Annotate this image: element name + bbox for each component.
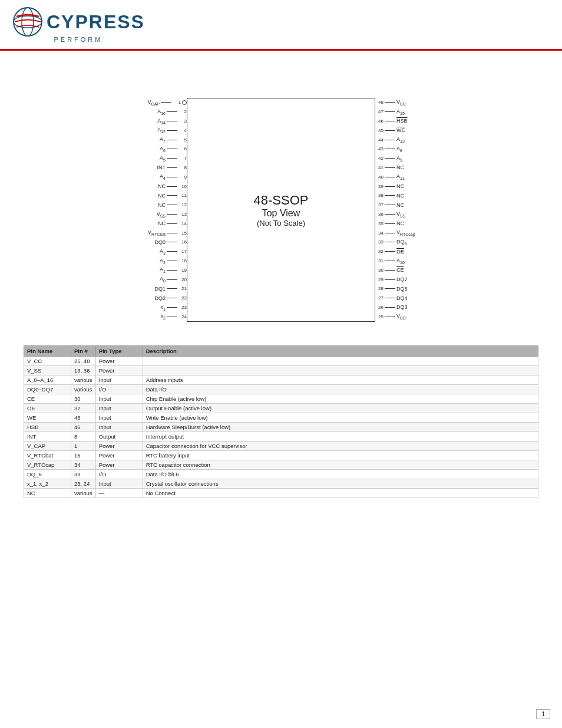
table-cell: NC (24, 489, 71, 498)
table-header-num: Pin # (71, 346, 96, 357)
ic-body: 48-SSOP Top View (Not To Scale) (187, 98, 375, 322)
logo-cypress: CYPRESS (12, 6, 145, 38)
table-cell: x_1, x_2 (24, 479, 71, 489)
table-row: x_1, x_223, 24InputCrystal oscillator co… (24, 479, 538, 489)
pin-row: 30 CE (375, 265, 452, 275)
pin-row: 28 DQ5 (375, 284, 452, 294)
pin-row: x1 23 (110, 303, 187, 312)
table-cell: RTC capacitor connection (143, 460, 538, 470)
table-cell: Power (95, 357, 143, 366)
table-cell: Output (95, 432, 143, 442)
pin-row: DQ1 21 (110, 284, 187, 294)
page-indicator: 1 (536, 709, 550, 719)
table-header-type: Pin Type (95, 346, 143, 357)
table-cell: I/O (95, 385, 143, 394)
table-cell: 13, 36 (71, 366, 96, 375)
pin-row: 47 A15 (375, 107, 452, 117)
table-cell: 23, 24 (71, 479, 96, 489)
table-cell: Capacitor connection for VCC supervisor (143, 442, 538, 451)
pin-row: A14 3 (110, 117, 187, 126)
table-row: A_0–A_16variousInputAddress inputs (24, 375, 538, 385)
table-cell: various (71, 375, 96, 385)
pin-row: A2 18 (110, 256, 187, 266)
table-cell: No Connect (143, 489, 538, 498)
table-cell: INT (24, 432, 71, 442)
table-row: WE45InputWrite Enable (active low) (24, 413, 538, 423)
page-number: 1 (541, 711, 545, 717)
svg-point-0 (14, 8, 42, 36)
table-row: OE32InputOutput Enable (active low) (24, 404, 538, 413)
table-cell: Power (95, 366, 143, 375)
table-cell: DQ_6 (24, 470, 71, 479)
ic-view: Top View (254, 208, 309, 219)
table-cell: 33 (71, 470, 96, 479)
table-cell: HSB (24, 423, 71, 432)
table-cell: Input (95, 413, 143, 423)
table-cell: Input (95, 423, 143, 432)
table-cell: various (71, 489, 96, 498)
table-cell (143, 357, 538, 366)
pin-row: 36 VSS (375, 210, 452, 219)
pin-row: NC 11 (110, 191, 187, 200)
pin-row: 39 NC (375, 182, 452, 191)
ic-diagram: 48-SSOP Top View (Not To Scale) VCAP 1 A… (24, 80, 538, 334)
pin-row: NC 14 (110, 219, 187, 228)
table-cell: 30 (71, 394, 96, 404)
pin-row: 35 NC (375, 219, 452, 228)
table-header-desc: Description (143, 346, 538, 357)
pin-row: 40 A11 (375, 172, 452, 182)
ic-name: 48-SSOP (254, 193, 309, 208)
pin-row: A6 6 (110, 144, 187, 154)
logo-text: CYPRESS (47, 11, 145, 33)
table-cell: Input (95, 404, 143, 413)
pin-row: 46 HSB (375, 117, 452, 126)
table-row: V_RTCcap34PowerRTC capacitor connection (24, 460, 538, 470)
pin-row: 25 VCC (375, 312, 452, 321)
table-cell: 8 (71, 432, 96, 442)
pin-row: NC 10 (110, 182, 187, 191)
pin-row: 48 VCC (375, 98, 452, 107)
table-cell: OE (24, 404, 71, 413)
table-cell: Output Enable (active low) (143, 404, 538, 413)
pin-row: 33 DQ6 (375, 238, 452, 247)
pin-row: A12 4 (110, 126, 187, 135)
pin-row: DQ2 22 (110, 294, 187, 303)
ic-note: (Not To Scale) (254, 219, 309, 228)
table-cell: Address inputs (143, 375, 538, 385)
table-cell: V_CAP (24, 442, 71, 451)
pin-row: 44 A13 (375, 135, 452, 144)
pin-row: 42 A9 (375, 154, 452, 163)
pin-row: DQ0 16 (110, 238, 187, 247)
pin-row: A1 19 (110, 265, 187, 275)
table-row: CE30InputChip Enable (active low) (24, 394, 538, 404)
pin-left-group: VCAP 1 A16 2 A14 3 (110, 98, 187, 321)
pin-row: A5 7 (110, 154, 187, 163)
pin-row: 34 VRTCcap (375, 228, 452, 238)
table-cell: 32 (71, 404, 96, 413)
table-cell: WE (24, 413, 71, 423)
header: CYPRESS PERFORM (0, 0, 562, 51)
pin-row: A0 20 (110, 275, 187, 284)
table-row: HSB46InputHardware Sleep/Burst (active l… (24, 423, 538, 432)
pin-row: VCAP 1 (110, 98, 187, 107)
pin-row: x2 24 (110, 312, 187, 321)
table-cell: Data I/O (143, 385, 538, 394)
ic-container: 48-SSOP Top View (Not To Scale) VCAP 1 A… (110, 80, 452, 334)
pin-row: 27 DQ4 (375, 294, 452, 303)
pin-table: Pin Name Pin # Pin Type Description V_CC… (24, 345, 538, 498)
main-content: 48-SSOP Top View (Not To Scale) VCAP 1 A… (0, 51, 562, 510)
table-cell: Input (95, 394, 143, 404)
table-cell: Input (95, 375, 143, 385)
table-cell: 46 (71, 423, 96, 432)
pin-row: 38 NC (375, 191, 452, 200)
table-cell: V_SS (24, 366, 71, 375)
table-cell: Write Enable (active low) (143, 413, 538, 423)
table-cell: I/O (95, 470, 143, 479)
table-cell: CE (24, 394, 71, 404)
pin-row: 45 WE (375, 126, 452, 135)
table-row: NCvarious—No Connect (24, 489, 538, 498)
pin-row: A3 17 (110, 247, 187, 256)
table-cell: 45 (71, 413, 96, 423)
table-cell: V_RTCbat (24, 451, 71, 460)
table-row: DQ0–DQ7variousI/OData I/O (24, 385, 538, 394)
